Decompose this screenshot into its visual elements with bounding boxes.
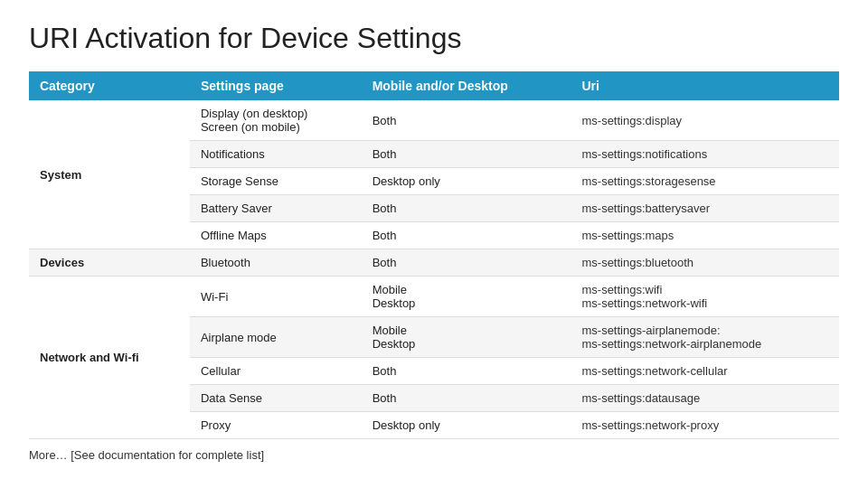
category-cell: System [29,100,190,249]
settings-cell: Airplane mode [190,317,362,358]
category-cell: Devices [29,249,190,277]
settings-cell: Wi-Fi [190,277,362,317]
availability-cell: Both [362,195,571,222]
availability-cell: Desktop only [362,168,571,195]
settings-cell: Data Sense [190,385,362,412]
availability-cell: Both [362,249,571,277]
header-uri: Uri [571,71,839,100]
uri-cell: ms-settings:display [571,100,839,141]
settings-cell: Cellular [190,358,362,385]
settings-cell: Display (on desktop)Screen (on mobile) [190,100,362,141]
settings-cell: Offline Maps [190,222,362,249]
table-row: Network and Wi-fiWi-FiMobileDesktopms-se… [29,277,839,317]
availability-cell: Both [362,358,571,385]
availability-cell: Both [362,222,571,249]
table-row: SystemDisplay (on desktop)Screen (on mob… [29,100,839,141]
settings-table: Category Settings page Mobile and/or Des… [29,71,839,439]
uri-cell: ms-settings:bluetooth [571,249,839,277]
table-row: DevicesBluetoothBothms-settings:bluetoot… [29,249,839,277]
availability-cell: Both [362,141,571,168]
uri-cell: ms-settings:wifims-settings:network-wifi [571,277,839,317]
uri-cell: ms-settings:notifications [571,141,839,168]
table-header-row: Category Settings page Mobile and/or Des… [29,71,839,100]
uri-cell: ms-settings-airplanemode:ms-settings:net… [571,317,839,358]
availability-cell: MobileDesktop [362,317,571,358]
availability-cell: MobileDesktop [362,277,571,317]
page-title: URI Activation for Device Settings [29,22,839,55]
uri-cell: ms-settings:maps [571,222,839,249]
uri-cell: ms-settings:network-cellular [571,358,839,385]
category-cell: Network and Wi-fi [29,277,190,439]
uri-cell: ms-settings:batterysaver [571,195,839,222]
settings-cell: Notifications [190,141,362,168]
table-footnote: More… [See documentation for complete li… [29,448,839,462]
header-category: Category [29,71,190,100]
settings-cell: Battery Saver [190,195,362,222]
settings-cell: Proxy [190,412,362,439]
availability-cell: Both [362,100,571,141]
availability-cell: Desktop only [362,412,571,439]
settings-cell: Storage Sense [190,168,362,195]
availability-cell: Both [362,385,571,412]
uri-cell: ms-settings:network-proxy [571,412,839,439]
header-settings: Settings page [190,71,362,100]
settings-cell: Bluetooth [190,249,362,277]
uri-cell: ms-settings:datausage [571,385,839,412]
header-availability: Mobile and/or Desktop [362,71,571,100]
uri-cell: ms-settings:storagesense [571,168,839,195]
